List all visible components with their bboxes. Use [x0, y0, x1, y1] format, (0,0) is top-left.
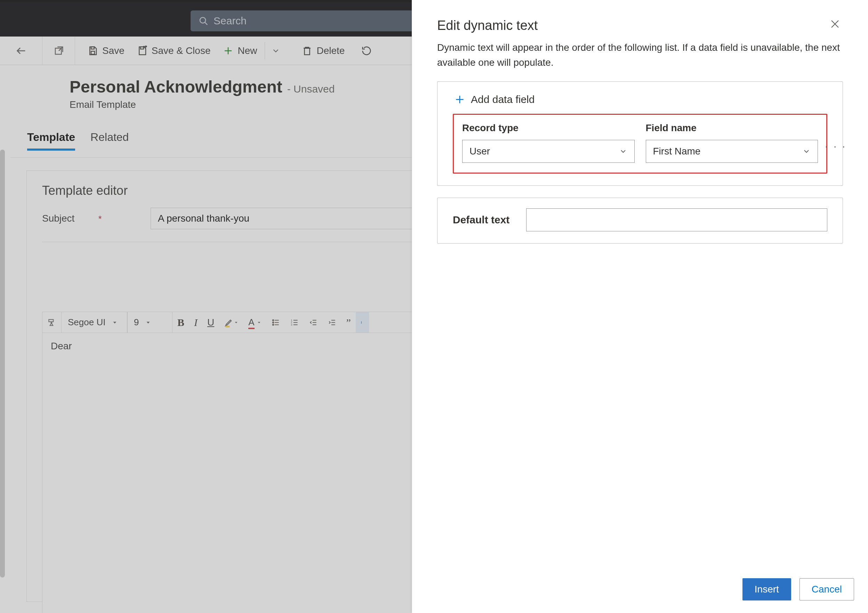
chevron-down-icon: [619, 147, 627, 155]
default-text-input[interactable]: [526, 208, 827, 231]
panel-description: Dynamic text will appear in the order of…: [412, 40, 868, 81]
chevron-down-icon: [802, 147, 811, 155]
row-more-button[interactable]: · · ·: [825, 140, 846, 152]
app-root: Save Save & Close New: [0, 0, 868, 613]
panel-title: Edit dynamic text: [437, 18, 538, 33]
record-type-value: User: [470, 146, 490, 157]
field-name-header: Field name: [646, 123, 818, 133]
insert-button[interactable]: Insert: [742, 578, 791, 601]
close-button[interactable]: [829, 18, 843, 32]
data-fields-card: Add data field Record type Field name: [437, 81, 843, 186]
record-type-select[interactable]: User: [462, 140, 635, 163]
plus-icon: [454, 94, 465, 105]
data-field-row: Record type Field name User: [453, 114, 827, 174]
default-text-label: Default text: [453, 214, 510, 226]
insert-label: Insert: [755, 584, 779, 595]
cancel-label: Cancel: [812, 584, 842, 595]
cancel-button[interactable]: Cancel: [800, 578, 854, 601]
field-name-value: First Name: [653, 146, 701, 157]
record-type-header: Record type: [462, 123, 635, 133]
edit-dynamic-text-panel: Edit dynamic text Dynamic text will appe…: [412, 0, 868, 613]
add-data-field-button[interactable]: Add data field: [453, 92, 827, 114]
default-text-card: Default text: [437, 198, 843, 244]
add-data-field-label: Add data field: [471, 93, 535, 106]
field-name-select[interactable]: First Name: [646, 140, 818, 163]
panel-footer: Insert Cancel: [412, 568, 868, 613]
